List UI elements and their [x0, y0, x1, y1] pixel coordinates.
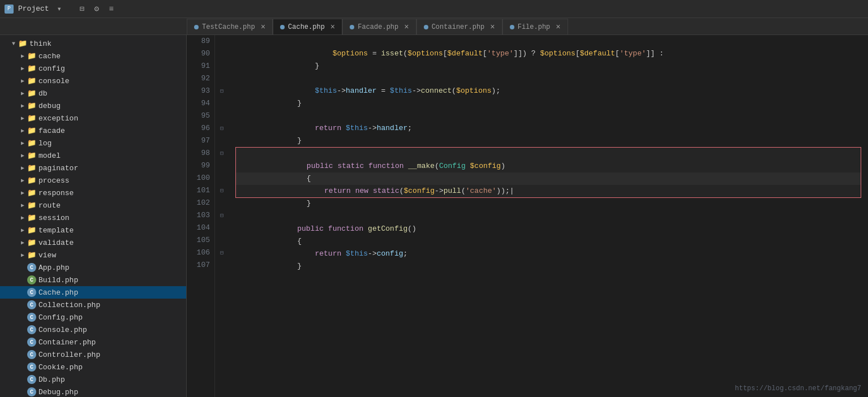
folder-icon-session: 📁 [27, 213, 36, 222]
sidebar-label-db-php: Db.php [38, 376, 65, 384]
folder-icon-think: 📁 [18, 39, 27, 48]
sidebar-item-view-folder[interactable]: ▶ 📁 view [0, 249, 186, 261]
ln-101: 101 [191, 184, 210, 197]
fold-96[interactable]: ⊟ [220, 125, 224, 132]
sidebar-item-debug-php[interactable]: ▶ C Debug.php [0, 386, 186, 397]
gutter-98[interactable]: ⊟ [215, 147, 229, 159]
gutter-104 [215, 222, 229, 234]
tabs-bar: TestCache.php × Cache.php × Facade.php ×… [0, 18, 868, 35]
sidebar-label-view-folder: view [38, 251, 56, 260]
arrow-config-folder: ▶ [18, 64, 27, 73]
tab-dot-testcache [194, 25, 199, 29]
sidebar-item-route-folder[interactable]: ▶ 📁 route [0, 199, 186, 212]
sidebar-item-facade-folder[interactable]: ▶ 📁 facade [0, 124, 186, 137]
fold-106[interactable]: ⊟ [220, 249, 224, 256]
tab-cache[interactable]: Cache.php × [273, 19, 342, 34]
sidebar-item-config-php[interactable]: ▶ C Config.php [0, 311, 186, 323]
folder-icon-process: 📁 [27, 176, 36, 185]
fold-103[interactable]: ⊟ [220, 212, 224, 219]
sidebar-item-container-php[interactable]: ▶ C Container.php [0, 336, 186, 348]
tab-close-container[interactable]: × [490, 23, 495, 32]
gutter-92 [215, 72, 229, 85]
sidebar-item-paginator-folder[interactable]: ▶ 📁 paginator [0, 162, 186, 174]
ln-104: 104 [191, 222, 210, 234]
ln-107: 107 [191, 259, 210, 271]
sidebar-item-app-php[interactable]: ▶ C App.php [0, 261, 186, 274]
sidebar-item-exception-folder[interactable]: ▶ 📁 exception [0, 112, 186, 124]
sidebar-item-db-php[interactable]: ▶ C Db.php [0, 373, 186, 386]
sidebar-root-think[interactable]: ▼ 📁 think [0, 37, 186, 50]
sidebar-item-validate-folder[interactable]: ▶ 📁 validate [0, 236, 186, 249]
folder-icon-facade: 📁 [27, 126, 36, 135]
sidebar-item-collection-php[interactable]: ▶ C Collection.php [0, 299, 186, 311]
arrow-route-folder: ▶ [18, 201, 27, 210]
sidebar-item-template-folder[interactable]: ▶ 📁 template [0, 224, 186, 236]
sidebar-item-db-folder[interactable]: ▶ 📁 db [0, 87, 186, 100]
folder-icon-view: 📁 [27, 251, 36, 260]
tab-label-facade: Facade.php [358, 23, 398, 31]
sidebar-label-collection: Collection.php [38, 301, 100, 309]
gutter-101[interactable]: ⊟ [215, 184, 229, 197]
gutter-96[interactable]: ⊟ [215, 122, 229, 135]
sidebar-item-build-php[interactable]: ▶ C Build.php [0, 274, 186, 286]
arrow-facade-folder: ▶ [18, 126, 27, 135]
tab-close-cache[interactable]: × [330, 23, 335, 32]
sidebar-item-process-folder[interactable]: ▶ 📁 process [0, 174, 186, 187]
fold-93[interactable]: ⊟ [220, 88, 224, 94]
gutter-103[interactable]: ⊟ [215, 209, 229, 222]
fold-98[interactable]: ⊟ [220, 150, 224, 157]
file-icon-config: C [27, 313, 36, 322]
tab-testcache[interactable]: TestCache.php × [187, 19, 273, 34]
file-icon-app: C [27, 263, 36, 272]
tab-close-facade[interactable]: × [404, 23, 409, 32]
settings-icon[interactable]: ⚙ [91, 3, 102, 15]
sidebar-item-config-folder[interactable]: ▶ 📁 config [0, 62, 186, 75]
folder-icon-route: 📁 [27, 201, 36, 210]
file-icon-db: C [27, 375, 36, 384]
sidebar-item-cache-folder[interactable]: ▶ 📁 cache [0, 50, 186, 62]
gutter-93[interactable]: ⊟ [215, 85, 229, 97]
ln-103: 103 [191, 209, 210, 222]
code-line-97 [235, 135, 861, 147]
gutter-97 [215, 135, 229, 147]
gutter-106[interactable]: ⊟ [215, 247, 229, 259]
arrow-validate-folder: ▶ [18, 238, 27, 247]
sidebar-label-think: think [29, 40, 51, 48]
sidebar-item-session-folder[interactable]: ▶ 📁 session [0, 212, 186, 224]
arrow-console-folder: ▶ [18, 76, 27, 85]
sidebar: ▼ 📁 think ▶ 📁 cache ▶ 📁 config ▶ 📁 conso… [0, 35, 187, 397]
sidebar-item-log-folder[interactable]: ▶ 📁 log [0, 137, 186, 149]
sidebar-label-response-folder: response [38, 189, 74, 197]
arrow-model-folder: ▶ [18, 151, 27, 160]
ln-106: 106 [191, 247, 210, 259]
sidebar-item-console-folder[interactable]: ▶ 📁 console [0, 75, 186, 87]
sidebar-item-model-folder[interactable]: ▶ 📁 model [0, 149, 186, 162]
sidebar-item-console-php[interactable]: ▶ C Console.php [0, 323, 186, 336]
tab-close-file[interactable]: × [556, 23, 560, 32]
tab-close-testcache[interactable]: × [261, 23, 265, 32]
project-dropdown-icon[interactable]: ▾ [54, 3, 65, 15]
sidebar-label-validate-folder: validate [38, 239, 74, 247]
file-icon-console: C [27, 325, 36, 334]
gutter-107 [215, 259, 229, 271]
title-bar-left: P Project ▾ ⊟ ⚙ ≡ [5, 3, 117, 15]
folder-icon-response: 📁 [27, 188, 36, 197]
sidebar-item-cookie-php[interactable]: ▶ C Cookie.php [0, 361, 186, 373]
collapse-icon[interactable]: ⊟ [76, 3, 88, 15]
gutter-90 [215, 48, 229, 60]
sidebar-item-controller-php[interactable]: ▶ C Controller.php [0, 348, 186, 361]
more-icon[interactable]: ≡ [106, 3, 117, 15]
arrow-view-folder: ▶ [18, 251, 27, 260]
tab-file[interactable]: File.php × [502, 19, 568, 34]
sidebar-item-debug-folder[interactable]: ▶ 📁 debug [0, 100, 186, 112]
sidebar-item-cache-php[interactable]: ▶ C Cache.php [0, 286, 186, 299]
sidebar-item-response-folder[interactable]: ▶ 📁 response [0, 187, 186, 199]
code-line-95: return $this->handler; [235, 110, 861, 122]
tab-facade[interactable]: Facade.php × [342, 19, 416, 34]
sidebar-label-controller-php: Controller.php [38, 351, 100, 359]
tab-container[interactable]: Container.php × [416, 19, 502, 34]
tab-dot-facade [350, 25, 354, 29]
fold-101[interactable]: ⊟ [220, 187, 224, 194]
code-editor[interactable]: 89 90 91 92 93 94 95 96 97 98 99 100 101… [187, 35, 868, 397]
gutter-94 [215, 97, 229, 110]
